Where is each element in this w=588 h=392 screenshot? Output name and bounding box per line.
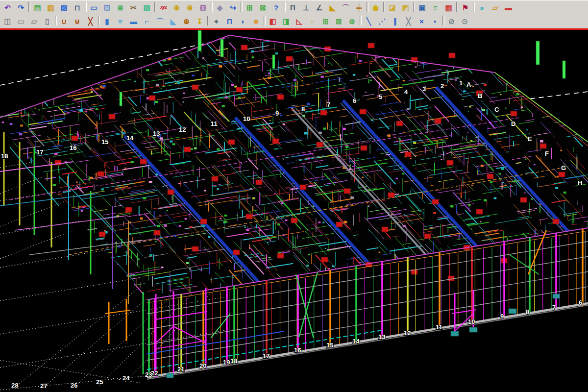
pad-tool-icon[interactable]: ▯ <box>41 15 53 27</box>
component-copy-icon[interactable]: ⊠ <box>333 15 345 27</box>
list-icon[interactable]: ≣ <box>114 1 126 14</box>
area-select-icon[interactable]: ▧ <box>141 1 153 14</box>
measure-x-icon[interactable]: Π <box>287 1 299 14</box>
fast-forward-icon[interactable]: » <box>476 1 488 14</box>
grid-label-bottom-19: 19 <box>223 359 230 366</box>
red-marker <box>360 109 366 114</box>
red-marker <box>424 234 431 239</box>
model-viewport-3d[interactable]: 123456789101112131415161718ABCDEFGH67891… <box>0 30 588 392</box>
xyz-point-icon[interactable]: xyz <box>157 1 170 14</box>
beam-tool-icon[interactable]: ▬ <box>127 15 140 27</box>
red-marker <box>154 230 160 235</box>
red-marker <box>447 160 453 165</box>
red-marker <box>72 136 78 141</box>
copy-object-icon[interactable]: ⊞ <box>244 1 256 14</box>
anchor-tool-icon[interactable]: ⊎ <box>71 15 83 27</box>
undo-icon[interactable]: ↶ <box>1 1 14 14</box>
concrete-pad-icon[interactable]: ■ <box>250 15 262 27</box>
polybeam-icon[interactable]: ⌐ <box>141 15 153 27</box>
red-marker <box>256 180 262 185</box>
exit-door-icon[interactable]: ⊓ <box>71 1 83 14</box>
bolt-distance-icon[interactable]: ╪ <box>353 1 365 14</box>
plate-tool-icon[interactable]: ◫ <box>1 15 14 27</box>
redo-icon[interactable]: ↷ <box>15 1 27 14</box>
autoconnection-icon[interactable]: ◩ <box>399 1 412 14</box>
red-marker <box>449 53 455 58</box>
snap-parallel-icon[interactable]: ∥ <box>389 15 401 27</box>
wall-green-icon[interactable]: ◨ <box>280 15 292 27</box>
snap-line-icon[interactable]: ╲ <box>363 15 375 27</box>
rooftop-tower <box>536 41 539 65</box>
grid-label-top-12: 12 <box>179 126 186 133</box>
applications-icon[interactable]: ◗ <box>237 15 249 27</box>
snap-intersection-icon[interactable]: ╳ <box>402 15 415 27</box>
ghost-outline-icon[interactable]: ▫ <box>306 15 318 27</box>
red-marker <box>99 232 105 237</box>
item-tool-icon[interactable]: ↧ <box>194 15 206 27</box>
snap-slash-icon[interactable]: ⊘ <box>445 15 458 27</box>
column-tool-icon[interactable]: ▮ <box>101 15 113 27</box>
component-move-icon[interactable]: ⊞ <box>319 15 332 27</box>
publish-flag-icon[interactable]: ⚑ <box>459 1 471 14</box>
grid-label-top-5: 5 <box>379 93 382 100</box>
measure-y-icon[interactable]: ⊥ <box>300 1 312 14</box>
mirror-object-icon[interactable]: ⊠ <box>257 1 269 14</box>
copy-icon[interactable]: ▤ <box>31 1 44 14</box>
create-point-icon[interactable]: ⊕ <box>171 1 183 14</box>
point-array-icon[interactable]: ⊗ <box>184 1 196 14</box>
toolbar-separator <box>455 2 459 13</box>
new-view-icon[interactable]: ▭ <box>88 1 100 14</box>
task-list-icon[interactable]: ≡ <box>429 1 441 14</box>
report-icon[interactable]: ▨ <box>58 1 70 14</box>
clash-check-icon[interactable]: ◪ <box>386 1 398 14</box>
paste-icon[interactable]: ▥ <box>45 1 57 14</box>
pin-icon[interactable]: ◉ <box>369 1 382 14</box>
snap-origin-icon[interactable]: ⊙ <box>459 15 471 27</box>
triangle-plate-icon[interactable]: ◺ <box>293 15 305 27</box>
schedule-icon[interactable]: ▦ <box>442 1 455 14</box>
grid-label-top-18: 18 <box>1 152 8 160</box>
catalog-icon[interactable]: Π <box>223 15 236 27</box>
measure-angle-icon[interactable]: ◣ <box>326 1 339 14</box>
snap-settings-icon[interactable]: ◈ <box>214 1 226 14</box>
inquire-icon[interactable]: ? <box>270 1 282 14</box>
view-properties-icon[interactable]: ⊡ <box>101 1 113 14</box>
wall-red-icon[interactable]: ◧ <box>267 15 279 27</box>
open-model-folder-icon[interactable]: ▱ <box>489 1 501 14</box>
grid-label-top-15: 15 <box>101 138 108 146</box>
curved-beam-icon[interactable]: ⌒ <box>154 15 166 27</box>
red-marker <box>109 114 115 119</box>
bolt-tool-icon[interactable]: ⊛ <box>180 15 193 27</box>
beam-multi-icon[interactable]: ≡ <box>114 15 126 27</box>
cut-icon[interactable]: ✂ <box>127 1 140 14</box>
channel-steel-icon[interactable]: ∪ <box>58 15 70 27</box>
move-icon[interactable]: ↪ <box>227 1 239 14</box>
filter-icon[interactable]: ⊟ <box>197 1 209 14</box>
measure-arc-icon[interactable]: ⌒ <box>340 1 352 14</box>
red-marker <box>168 190 174 195</box>
measure-free-icon[interactable]: ∠ <box>313 1 325 14</box>
grid-label-bottom-10: 10 <box>468 318 475 325</box>
grid-label-bottom-16: 16 <box>294 346 301 354</box>
grid-label-top-16: 16 <box>70 144 76 151</box>
toolbar-separator <box>441 16 445 26</box>
contour-plate-icon[interactable]: ◣ <box>167 15 179 27</box>
component-explode-icon[interactable]: ⊛ <box>346 15 358 27</box>
slab-tool-icon[interactable]: ▭ <box>15 15 27 27</box>
find-icon[interactable]: ⌖ <box>210 15 222 27</box>
panel-tool-icon[interactable]: ▱ <box>28 15 40 27</box>
snap-point-icon[interactable]: ▪ <box>429 15 441 27</box>
red-marker <box>320 110 327 115</box>
snap-midpoint-icon[interactable]: ⋰ <box>376 15 388 27</box>
mesh-tool-icon[interactable]: ╳ <box>84 15 97 27</box>
grid-label-bottom-7: 7 <box>552 304 556 311</box>
snap-cross-icon[interactable]: × <box>416 15 428 27</box>
red-marker <box>487 174 493 179</box>
grid-label-bottom-23: 23 <box>145 371 152 378</box>
red-marker <box>149 96 155 100</box>
animation-icon[interactable]: ▬ <box>502 1 514 14</box>
screenshot-icon[interactable]: ▣ <box>416 1 428 14</box>
red-marker <box>277 95 284 99</box>
red-marker <box>382 227 388 232</box>
toolbar-separator <box>54 16 57 26</box>
